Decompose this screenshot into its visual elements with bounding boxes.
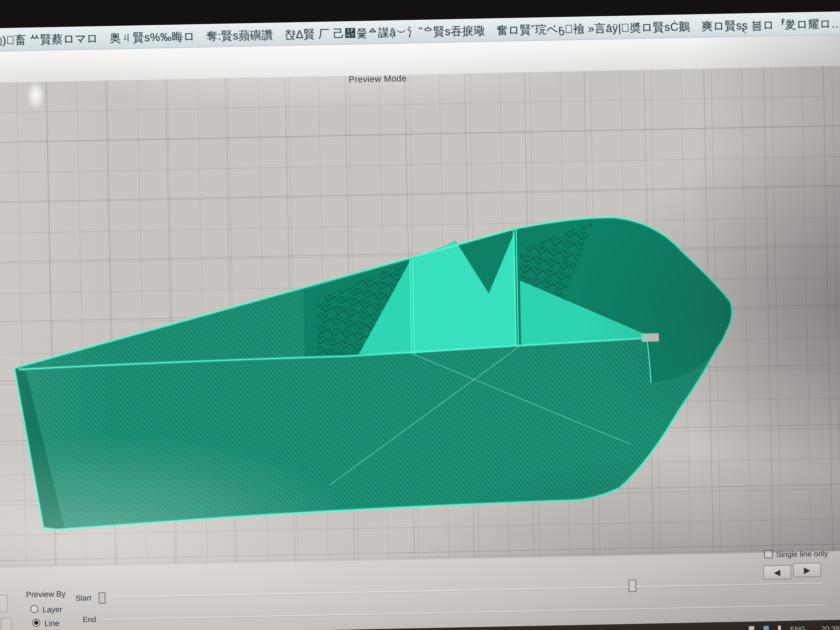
radio-line-label: Line [44,619,60,628]
menu-text-right[interactable]: 鵝゚爽ロ賢sʂ̣ 븜ロᅡ゚夎ロ耀ロ… [678,14,840,35]
radio-preview-by-line[interactable] [32,619,40,627]
language-indicator[interactable]: ENG [790,625,805,630]
application-window: (勳)゚畜 ᄊ賢蔡ロマロ゚奥ㄐ賢s%‰晦ロ゚奪:賢s蘋礖讚゚챥Δ賢 厂 己὇쯏ᅀ… [0,11,840,630]
radio-layer-label: Layer [43,605,63,614]
model-3d-canvas[interactable] [0,12,838,630]
start-slider-track[interactable] [107,583,823,598]
preview-by-label: Preview By [26,589,66,599]
step-previous-button[interactable]: ◀ [763,565,791,580]
volume-icon[interactable] [778,625,781,630]
start-slider-label: Start [76,594,92,603]
left-edge-button-1[interactable] [0,595,8,613]
window-icon[interactable] [749,626,755,630]
preview-mode-label: Preview Mode [349,73,407,85]
photo-of-screen: (勳)゚畜 ᄊ賢蔡ロマロ゚奥ㄐ賢s%‰晦ロ゚奪:賢s蘋礖讚゚챥Δ賢 厂 己὇쯏ᅀ… [0,0,840,630]
right-arrow-icon: ▶ [804,565,810,575]
clock[interactable]: 20:38 [821,624,840,630]
left-arrow-icon: ◀ [774,567,780,577]
single-line-only-checkbox[interactable] [764,550,773,559]
radio-preview-by-layer[interactable] [30,605,38,613]
single-line-only-label: Single line only [776,549,828,559]
step-next-button[interactable]: ▶ [793,563,821,578]
input-indicator-icon[interactable] [763,626,769,630]
menu-text-middle[interactable]: 氵῝ᅌ賢s吞捩璥゚奮ロ賢῎琓ベҕ゚襝 »言āÿ|゚奬ロ賢sĊ [407,17,679,40]
end-slider-track[interactable] [99,605,824,620]
start-slider-handle-1[interactable] [98,592,106,604]
start-slider-handle-2[interactable] [628,580,636,592]
end-slider-label: End [83,615,96,624]
left-edge-button-2[interactable] [1,618,12,630]
menu-text-left[interactable]: (勳)゚畜 ᄊ賢蔡ロマロ゚奥ㄐ賢s%‰晦ロ゚奪:賢s蘋礖讚゚챥Δ賢 厂 己὇쯏ᅀ… [0,23,407,48]
